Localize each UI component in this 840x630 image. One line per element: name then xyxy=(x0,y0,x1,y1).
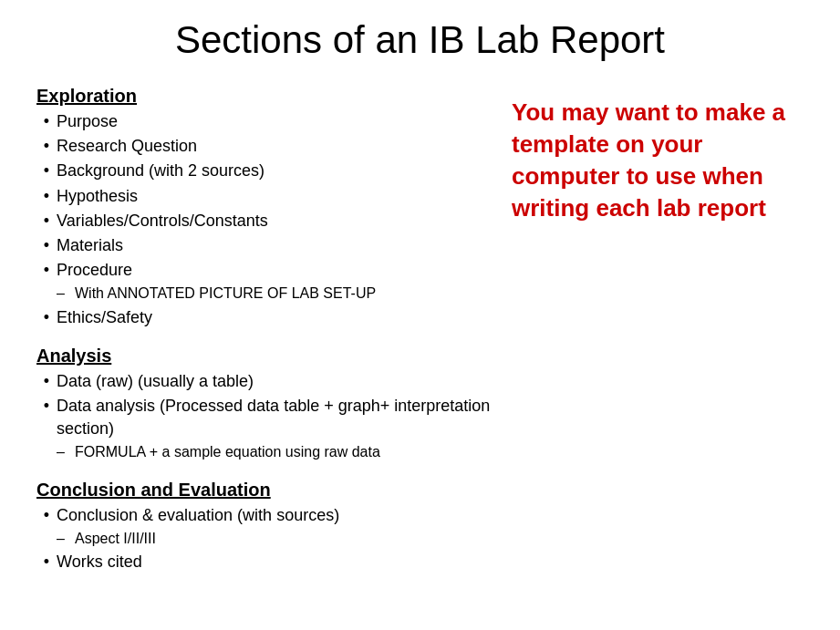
bullet-dot: • xyxy=(36,504,57,527)
item-text: Materials xyxy=(57,234,493,257)
bullet-dot: • xyxy=(36,210,57,232)
item-text: Conclusion & evaluation (with sources) xyxy=(57,504,493,527)
sub-item-text: With ANNOTATED PICTURE OF LAB SET-UP xyxy=(75,284,376,304)
item-text: Hypothesis xyxy=(57,185,493,208)
sub-item-text: FORMULA + a sample equation using raw da… xyxy=(75,442,380,462)
bullet-dot: • xyxy=(36,551,57,573)
bullet-dot: • xyxy=(36,234,57,257)
list-item: • Research Question xyxy=(36,135,493,158)
bullet-dot: • xyxy=(36,135,57,158)
item-text: Data (raw) (usually a table) xyxy=(57,370,493,393)
list-item: • Conclusion & evaluation (with sources) xyxy=(36,504,493,527)
sub-bullet: – Aspect I/II/III xyxy=(57,529,493,549)
list-item: • Purpose xyxy=(36,110,493,133)
list-item-sub: – Aspect I/II/III xyxy=(36,529,493,549)
analysis-heading: Analysis xyxy=(36,346,493,367)
sub-bullet: – FORMULA + a sample equation using raw … xyxy=(57,442,493,462)
list-item: • Background (with 2 sources) xyxy=(36,160,493,182)
list-item: • Materials xyxy=(36,234,493,257)
list-item: • Ethics/Safety xyxy=(36,306,493,329)
exploration-heading: Exploration xyxy=(36,86,493,107)
conclusion-heading: Conclusion and Evaluation xyxy=(36,480,493,501)
exploration-section: Exploration • Purpose • Research Questio… xyxy=(36,86,493,329)
bullet-dot: • xyxy=(36,259,57,282)
bullet-dot: • xyxy=(36,185,57,208)
bullet-dot: • xyxy=(36,395,57,418)
item-text: Background (with 2 sources) xyxy=(57,160,493,182)
bullet-dot: • xyxy=(36,306,57,329)
list-item-sub: – With ANNOTATED PICTURE OF LAB SET-UP xyxy=(36,284,493,304)
analysis-section: Analysis • Data (raw) (usually a table) … xyxy=(36,346,493,463)
right-column: You may want to make a template on your … xyxy=(512,78,804,576)
conclusion-section: Conclusion and Evaluation • Conclusion &… xyxy=(36,480,493,574)
list-item: • Procedure xyxy=(36,259,493,282)
item-text: Ethics/Safety xyxy=(57,306,493,329)
analysis-list: • Data (raw) (usually a table) • Data an… xyxy=(36,370,493,463)
left-column: Exploration • Purpose • Research Questio… xyxy=(36,78,512,576)
item-text: Works cited xyxy=(57,551,493,573)
item-text: Variables/Controls/Constants xyxy=(57,210,493,232)
content-area: Exploration • Purpose • Research Questio… xyxy=(36,78,804,576)
dash-icon: – xyxy=(57,442,75,462)
item-text: Procedure xyxy=(57,259,493,282)
bullet-dot: • xyxy=(36,110,57,133)
item-text: Research Question xyxy=(57,135,493,158)
sub-bullet: – With ANNOTATED PICTURE OF LAB SET-UP xyxy=(57,284,493,304)
conclusion-list: • Conclusion & evaluation (with sources)… xyxy=(36,504,493,574)
bullet-dot: • xyxy=(36,370,57,393)
exploration-list: • Purpose • Research Question • Backgrou… xyxy=(36,110,493,329)
callout-text: You may want to make a template on your … xyxy=(512,97,804,224)
list-item: • Works cited xyxy=(36,551,493,573)
list-item: • Data analysis (Processed data table + … xyxy=(36,395,493,440)
sub-item-text: Aspect I/II/III xyxy=(75,529,156,549)
dash-icon: – xyxy=(57,284,75,304)
dash-icon: – xyxy=(57,529,75,549)
list-item: • Hypothesis xyxy=(36,185,493,208)
item-text: Data analysis (Processed data table + gr… xyxy=(57,395,493,440)
list-item-sub: – FORMULA + a sample equation using raw … xyxy=(36,442,493,462)
slide: Sections of an IB Lab Report Exploration… xyxy=(0,0,840,630)
slide-title: Sections of an IB Lab Report xyxy=(36,18,804,62)
list-item: • Data (raw) (usually a table) xyxy=(36,370,493,393)
item-text: Purpose xyxy=(57,110,493,133)
list-item: • Variables/Controls/Constants xyxy=(36,210,493,232)
bullet-dot: • xyxy=(36,160,57,182)
